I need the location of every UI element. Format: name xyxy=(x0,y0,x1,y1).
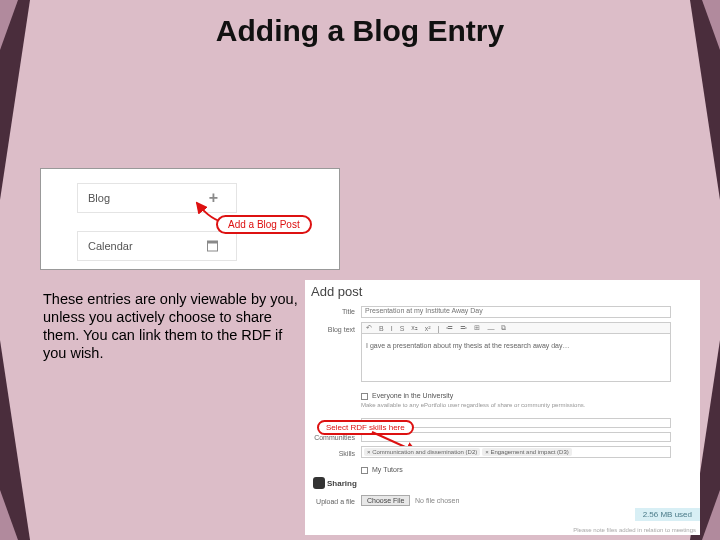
footnote-text: Please note files added in relation to m… xyxy=(573,527,696,533)
no-file-chosen-text: No file chosen xyxy=(415,497,459,504)
editor-toolbar[interactable]: ↶ B I S x₂ x² | ≔ ≕ ⊞ — ⧉ xyxy=(361,322,671,334)
label-title: Title xyxy=(309,308,355,315)
toolbar-list2-icon[interactable]: ≕ xyxy=(460,324,467,332)
toolbar-image-icon[interactable]: ⧉ xyxy=(501,324,506,332)
title-input[interactable]: Presentation at my Institute Away Day xyxy=(361,306,671,318)
add-post-form-screenshot: Add post Title Presentation at my Instit… xyxy=(305,280,700,535)
toolbar-hr-icon[interactable]: — xyxy=(487,325,494,332)
storage-used-badge: 2.56 MB used xyxy=(635,508,700,521)
label-upload: Upload a file xyxy=(309,498,355,505)
sharing-icon xyxy=(313,477,325,489)
slide-title: Adding a Blog Entry xyxy=(0,14,720,48)
checkbox-everyone-row[interactable]: Everyone in the University xyxy=(361,392,453,400)
toolbar-undo-icon[interactable]: ↶ xyxy=(366,324,372,332)
label-skills: Skills xyxy=(309,450,355,457)
calendar-row[interactable]: Calendar xyxy=(77,231,237,261)
checkbox-tutors-label: My Tutors xyxy=(372,466,403,473)
toolbar-superscript-icon[interactable]: x² xyxy=(425,325,431,332)
calendar-icon xyxy=(207,241,218,252)
checkbox-icon[interactable] xyxy=(361,467,368,474)
toolbar-table-icon[interactable]: ⊞ xyxy=(474,324,480,332)
blog-text-editor[interactable]: I gave a presentation about my thesis at… xyxy=(361,334,671,382)
choose-file-button[interactable]: Choose File xyxy=(361,495,410,506)
toolbar-list-icon[interactable]: ≔ xyxy=(446,324,453,332)
checkbox-icon[interactable] xyxy=(361,393,368,400)
skill-tag[interactable]: × Engagement and impact (D3) xyxy=(482,448,572,456)
label-sharing: Sharing xyxy=(327,479,357,488)
panel-title: Add post xyxy=(311,284,362,299)
everyone-note: Make available to any ePortfolio user re… xyxy=(361,402,661,408)
skills-input[interactable]: × Communication and dissemination (D2) ×… xyxy=(361,446,671,458)
toolbar-strike-icon[interactable]: S xyxy=(400,325,405,332)
bg-wedge xyxy=(0,490,18,540)
label-communities: Communities xyxy=(309,434,355,441)
skill-tag[interactable]: × Communication and dissemination (D2) xyxy=(364,448,480,456)
checkbox-everyone-label: Everyone in the University xyxy=(372,392,453,399)
checkbox-tutors-row[interactable]: My Tutors xyxy=(361,466,403,474)
calendar-label: Calendar xyxy=(88,240,133,252)
label-blog-text: Blog text xyxy=(309,326,355,333)
toolbar-sep: | xyxy=(438,325,440,332)
toolbar-bold-icon[interactable]: B xyxy=(379,325,384,332)
blog-label: Blog xyxy=(88,192,110,204)
blog-widget-screenshot: Blog + Calendar Add a Blog Post xyxy=(40,168,340,270)
slide-body-text: These entries are only viewable by you, … xyxy=(43,290,298,363)
toolbar-italic-icon[interactable]: I xyxy=(391,325,393,332)
bg-wedge xyxy=(0,340,30,540)
toolbar-subscript-icon[interactable]: x₂ xyxy=(411,324,418,332)
callout-add-blog-post: Add a Blog Post xyxy=(216,215,312,234)
bg-wedge xyxy=(702,490,720,540)
